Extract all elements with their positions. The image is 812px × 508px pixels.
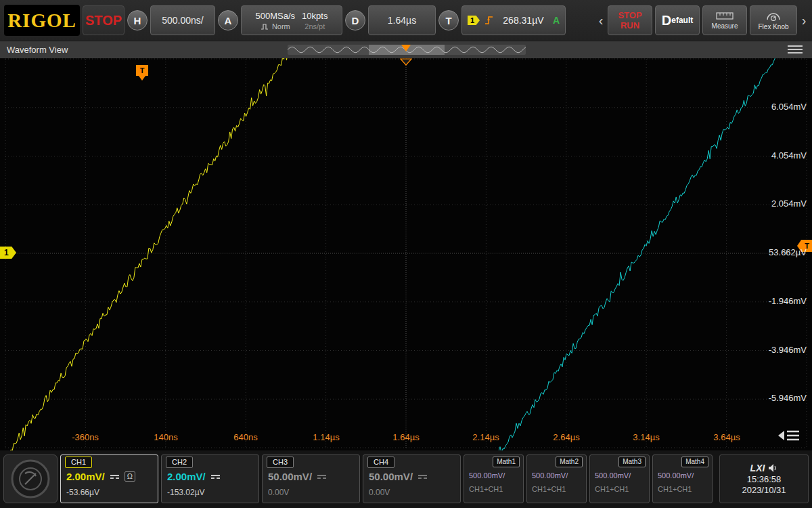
trigger-flag-label: T: [136, 65, 148, 76]
x-axis-label: 1.64µs: [392, 432, 419, 442]
top-toolbar: RIGOL STOP H 500.00ns/ A 500MSa/s Norm 1…: [0, 0, 812, 41]
measure-button[interactable]: Measure: [702, 5, 747, 35]
x-axis-label: 3.14µs: [633, 432, 659, 442]
acq-mode: Norm: [272, 22, 290, 30]
math2-expression: CH1+CH1: [532, 485, 566, 493]
x-axis-label: 2.14µs: [472, 432, 499, 442]
channel-box-ch3[interactable]: CH3 50.00mV/ 0.00V: [262, 454, 360, 503]
y-axis-label: -3.946mV: [769, 345, 807, 355]
math3-tab[interactable]: Math3: [618, 457, 646, 467]
math-box-3[interactable]: Math3 500.00mV/ CH1+CH1: [589, 454, 650, 503]
ch4-scale: 50.00mV/: [369, 471, 413, 482]
ch2-scale-row: 2.00mV/: [167, 471, 254, 482]
lxi-label: LXI: [750, 463, 765, 473]
math4-expression: CH1+CH1: [658, 485, 692, 493]
acq-mode-row: Norm: [261, 22, 290, 30]
trigger-status: A: [553, 15, 560, 26]
horizontal-center-marker: [399, 58, 413, 66]
knob-icon: [766, 11, 781, 21]
delay-knob-button[interactable]: D: [345, 10, 365, 30]
rigol-knob-emblem-icon: [7, 457, 54, 501]
x-axis-label: -360ns: [72, 432, 99, 442]
math-box-1[interactable]: Math1 500.00mV/ CH1+CH1: [464, 454, 524, 503]
trigger-flag-tip: [139, 76, 145, 81]
ch4-scale-row: 50.00mV/: [369, 471, 456, 482]
acquisition-info[interactable]: 500MSa/s Norm 10kpts 2ns/pt: [241, 5, 342, 35]
scope-graticule-and-traces: [0, 58, 812, 450]
ch2-offset: -153.02µV: [167, 488, 205, 497]
flex-knob-button[interactable]: Flex Knob: [750, 5, 797, 35]
math4-tab[interactable]: Math4: [681, 457, 708, 467]
horizontal-knob-button[interactable]: H: [127, 10, 148, 30]
square-wave-icon: [261, 23, 269, 30]
ch1-offset: -53.66µV: [66, 488, 99, 497]
rising-edge-icon: [484, 14, 494, 26]
collapse-menu-icon[interactable]: [778, 427, 801, 444]
speaker-icon: [768, 463, 777, 473]
memory-depth: 10kpts: [302, 11, 328, 21]
stop-run-line2: RUN: [621, 20, 639, 30]
trigger-position-in-record-icon[interactable]: [401, 45, 411, 51]
ch1-scale-row: 2.00mV/ Ω: [66, 471, 154, 482]
ch1-scale: 2.00mV/: [66, 471, 105, 482]
math1-tab[interactable]: Math1: [493, 457, 520, 467]
channel-box-ch1[interactable]: CH1 2.00mV/ Ω -53.66µV: [60, 454, 158, 503]
math4-scale: 500.00mV/: [658, 471, 694, 480]
horizontal-scale-value[interactable]: 500.00ns/: [150, 5, 215, 35]
rigol-logo: RIGOL: [4, 5, 80, 36]
channel-tab-ch1[interactable]: CH1: [65, 457, 92, 468]
math2-scale: 500.00mV/: [532, 471, 568, 480]
trigger-info[interactable]: 1 268.31µV A: [461, 5, 566, 35]
math3-expression: CH1+CH1: [595, 485, 629, 493]
ch3-scale-row: 50.00mV/: [268, 471, 355, 482]
tab-waveform-view[interactable]: Waveform View: [7, 41, 68, 59]
math-box-2[interactable]: Math2 500.00mV/ CH1+CH1: [526, 454, 587, 503]
status-box[interactable]: LXI 15:36:58 2023/10/31: [719, 454, 809, 503]
channel-status-bar: CH1 2.00mV/ Ω -53.66µV CH2 2.00mV/ -153.…: [0, 450, 812, 508]
waveform-display[interactable]: T 1 T 6.054mV 4.054mV 2.054mV 53.662µV -…: [0, 58, 812, 450]
y-axis-label: 4.054mV: [771, 150, 807, 161]
trigger-level-value: 268.31µV: [498, 15, 549, 26]
channel-box-ch4[interactable]: CH4 50.00mV/ 0.00V: [363, 454, 461, 503]
impedance-icon: Ω: [125, 471, 135, 482]
channel-tab-ch4[interactable]: CH4: [367, 457, 394, 468]
math2-tab[interactable]: Math2: [556, 457, 583, 467]
ch2-scale: 2.00mV/: [167, 471, 206, 482]
sample-rate-block: 500MSa/s Norm: [256, 11, 296, 30]
acquisition-status: STOP: [83, 5, 125, 35]
y-axis-label: 2.054mV: [771, 198, 807, 209]
acquire-knob-button[interactable]: A: [218, 10, 238, 30]
time-resolution: 2ns/pt: [304, 22, 325, 30]
rigol-emblem: [3, 454, 58, 503]
dc-coupling-icon: [317, 475, 326, 479]
trigger-position-flag[interactable]: T: [136, 65, 148, 81]
math-box-4[interactable]: Math4 500.00mV/ CH1+CH1: [652, 454, 713, 503]
channel-tab-ch3[interactable]: CH3: [267, 457, 294, 468]
toolbar-expand-right-icon[interactable]: ›: [800, 5, 808, 35]
sample-rate: 500MSa/s: [256, 11, 296, 21]
default-button[interactable]: Default: [655, 5, 700, 35]
x-axis-label: 2.64µs: [553, 432, 579, 442]
horizontal-position-value[interactable]: 1.64µs: [368, 5, 436, 35]
x-axis-label: 140ns: [154, 432, 177, 442]
lxi-row: LXI: [750, 463, 778, 473]
default-rest: efault: [671, 16, 693, 25]
memory-depth-block: 10kpts 2ns/pt: [302, 11, 328, 30]
default-initial: D: [662, 13, 671, 28]
dc-coupling-icon: [110, 475, 119, 479]
dc-coupling-icon: [418, 475, 427, 479]
x-axis-label: 1.14µs: [313, 432, 339, 442]
channel-tab-ch2[interactable]: CH2: [166, 457, 193, 468]
record-preview-strip[interactable]: [288, 45, 526, 55]
menu-icon[interactable]: [788, 45, 803, 54]
x-axis-label: 640ns: [233, 432, 257, 442]
channel-box-ch2[interactable]: CH2 2.00mV/ -153.02µV: [161, 454, 259, 503]
trigger-knob-button[interactable]: T: [438, 10, 459, 30]
toolbar-collapse-left-icon[interactable]: ‹: [597, 5, 605, 35]
stop-run-button[interactable]: STOP RUN: [608, 5, 652, 35]
math3-scale: 500.00mV/: [595, 471, 631, 480]
flex-knob-label: Flex Knob: [758, 23, 788, 30]
ch3-scale: 50.00mV/: [268, 471, 312, 482]
x-axis-label: 3.64µs: [713, 432, 740, 442]
y-axis-label: 53.662µV: [769, 247, 807, 257]
